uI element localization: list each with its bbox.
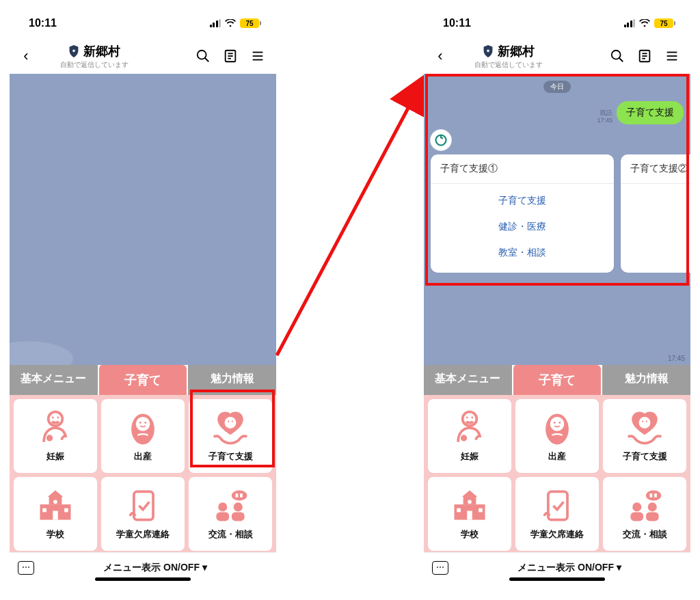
svg-rect-62	[548, 491, 567, 519]
tab-attraction[interactable]: 魅力情報	[601, 365, 690, 395]
battery-icon: 75	[240, 18, 261, 28]
absence-icon	[537, 487, 578, 524]
birth-icon	[122, 409, 163, 446]
svg-point-52	[639, 417, 651, 428]
svg-point-59	[468, 500, 472, 504]
menu-item-support[interactable]: 子育て支援	[189, 399, 272, 473]
menu-item-birth[interactable]: 出産	[515, 399, 599, 473]
svg-point-47	[471, 417, 473, 419]
menu-item-pregnancy[interactable]: 妊娠	[428, 399, 511, 473]
card-support-1: 子育て支援① 子育て支援 健診・医療 教室・相談	[431, 154, 614, 273]
home-indicator	[95, 577, 191, 581]
svg-point-63	[632, 502, 641, 511]
svg-point-11	[57, 417, 59, 419]
menu-toggle[interactable]: メニュー表示 ON/OFF ▾	[42, 562, 268, 574]
svg-point-51	[558, 422, 561, 424]
svg-point-14	[139, 422, 142, 424]
notes-icon[interactable]	[223, 49, 238, 64]
svg-marker-21	[48, 491, 64, 497]
bot-avatar[interactable]	[431, 130, 451, 150]
menu-item-label: 交流・相談	[623, 528, 667, 541]
svg-rect-28	[216, 512, 229, 521]
search-icon[interactable]	[196, 49, 211, 64]
card-title: 子育て支援①	[431, 154, 614, 184]
svg-point-50	[554, 422, 556, 424]
svg-rect-22	[53, 511, 58, 520]
chat-subtitle: 自動で返信しています	[474, 60, 543, 70]
card-link-class[interactable]: 教室・相談	[431, 240, 614, 266]
back-button[interactable]: ‹	[431, 47, 450, 65]
exchange-icon	[624, 487, 665, 524]
menu-toggle[interactable]: メニュー表示 ON/OFF ▾	[457, 562, 682, 574]
sent-bubble[interactable]: 子育て支援	[617, 101, 684, 124]
svg-rect-66	[646, 512, 659, 521]
pregnancy-icon	[35, 409, 76, 446]
svg-point-16	[225, 417, 237, 428]
keyboard-icon[interactable]	[432, 561, 448, 575]
chat-area[interactable]: 今日 既読 17:45 子育て支援 子育て支援① 子育て支援 健診・医療 教室・…	[424, 74, 690, 365]
svg-rect-61	[479, 508, 483, 513]
menu-tabs: 基本メニュー 子育て 魅力情報	[424, 365, 690, 395]
verified-shield-icon	[68, 45, 79, 57]
menu-item-exchange[interactable]: 交流・相談	[603, 477, 686, 551]
chat-subtitle: 自動で返信しています	[60, 60, 129, 70]
chat-title: 新郷村	[83, 43, 120, 59]
tab-childcare[interactable]: 子育て	[512, 365, 602, 395]
tab-basic[interactable]: 基本メニュー	[10, 365, 98, 395]
svg-point-0	[198, 51, 206, 59]
menu-item-birth[interactable]: 出産	[101, 399, 185, 473]
menu-item-exchange[interactable]: 交流・相談	[189, 477, 272, 551]
menu-icon[interactable]	[250, 49, 265, 64]
keyboard-icon[interactable]	[18, 561, 34, 575]
svg-point-65	[648, 502, 657, 511]
svg-rect-69	[654, 493, 657, 497]
school-icon	[35, 487, 76, 524]
menu-item-school[interactable]: 学校	[428, 477, 511, 551]
menu-item-absence[interactable]: 学童欠席連絡	[515, 477, 599, 551]
exchange-icon	[210, 487, 251, 524]
menu-item-label: 出産	[548, 450, 566, 463]
menu-icon[interactable]	[664, 49, 679, 64]
svg-point-27	[218, 502, 227, 511]
card-title: 子育て支援②	[621, 154, 690, 184]
wifi-icon	[639, 19, 650, 27]
svg-point-18	[232, 421, 233, 422]
birth-icon	[537, 409, 578, 446]
wifi-icon	[225, 19, 236, 27]
card-link-medical[interactable]: 健診・医療	[431, 214, 614, 240]
back-button[interactable]: ‹	[16, 47, 36, 65]
svg-point-23	[53, 500, 57, 504]
menu-item-pregnancy[interactable]: 妊娠	[14, 399, 97, 473]
tab-childcare[interactable]: 子育て	[98, 365, 187, 395]
svg-line-34	[277, 79, 424, 355]
notes-icon[interactable]	[637, 49, 652, 64]
svg-rect-30	[232, 512, 245, 521]
chat-title: 新郷村	[498, 43, 535, 59]
svg-rect-26	[134, 491, 153, 519]
chat-area[interactable]	[10, 74, 276, 365]
svg-rect-25	[64, 508, 68, 513]
card-link-scholarship[interactable]: 奨学	[621, 188, 690, 214]
clock: 10:11	[29, 17, 57, 29]
menu-item-school[interactable]: 学校	[14, 477, 97, 551]
card-link-support[interactable]: 子育て支援	[431, 188, 614, 214]
sent-message-row: 既読 17:45 子育て支援	[597, 101, 684, 124]
phone-screen-after: 10:11 75 ‹ 新郷村 自動で返信しています	[424, 8, 690, 585]
menu-item-label: 学童欠席連絡	[116, 528, 170, 541]
svg-rect-64	[630, 512, 643, 521]
svg-point-13	[136, 417, 150, 431]
svg-rect-58	[467, 511, 472, 520]
search-icon[interactable]	[610, 49, 625, 64]
menu-item-label: 妊娠	[461, 450, 479, 463]
chat-header: ‹ 新郷村 自動で返信しています	[10, 38, 276, 74]
chat-header: ‹ 新郷村 自動で返信しています	[424, 38, 690, 74]
support-icon	[624, 409, 665, 446]
svg-rect-68	[650, 493, 653, 497]
menu-item-support[interactable]: 子育て支援	[603, 399, 686, 473]
menu-item-label: 子育て支援	[208, 450, 253, 463]
tab-attraction[interactable]: 魅力情報	[187, 365, 276, 395]
rich-menu: 妊娠 出産 子育て支援 学校 学童欠席連絡 交流・相談	[10, 395, 276, 552]
tab-basic[interactable]: 基本メニュー	[424, 365, 512, 395]
menu-item-absence[interactable]: 学童欠席連絡	[101, 477, 185, 551]
carousel-cards[interactable]: 子育て支援① 子育て支援 健診・医療 教室・相談 子育て支援② 奨学	[431, 154, 690, 273]
